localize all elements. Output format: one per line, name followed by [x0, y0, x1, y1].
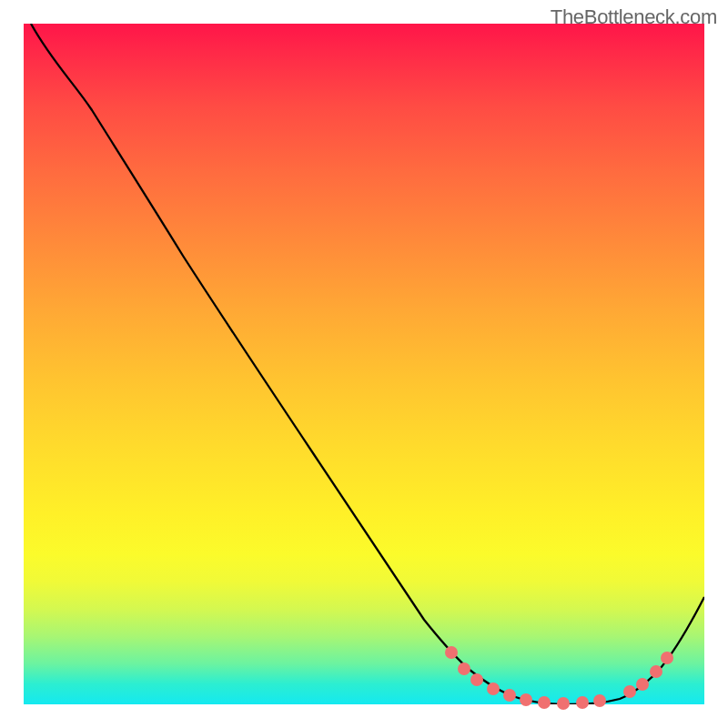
chart-dot — [520, 693, 532, 706]
chart-dot — [458, 662, 470, 675]
chart-dot — [661, 652, 673, 664]
chart-dot — [623, 685, 636, 698]
chart-dot — [650, 665, 662, 678]
chart-container: TheBottleneck.com — [0, 0, 728, 728]
chart-dot — [576, 696, 589, 709]
watermark-text: TheBottleneck.com — [551, 5, 717, 29]
chart-dot — [593, 694, 606, 707]
chart-dot — [445, 646, 458, 659]
chart-dot — [470, 673, 483, 686]
chart-dot — [557, 697, 570, 710]
chart-dot — [503, 689, 516, 702]
chart-dot — [487, 682, 500, 695]
chart-data-dots-layer — [24, 24, 704, 704]
chart-dot — [538, 696, 551, 709]
chart-dot — [636, 678, 649, 691]
